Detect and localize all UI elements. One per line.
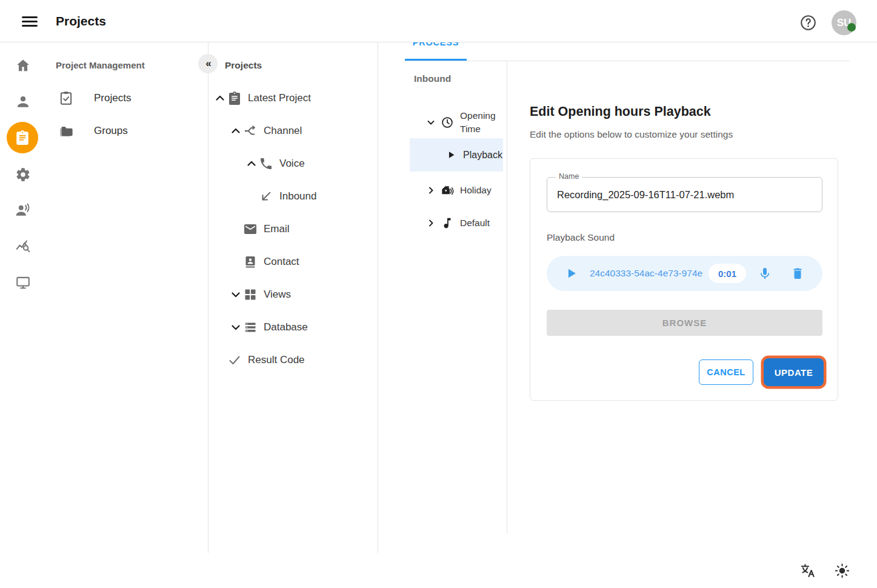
tree-node-label: Result Code bbox=[248, 354, 305, 366]
statistics-search-icon[interactable] bbox=[15, 239, 31, 255]
edit-playback-heading: Edit Opening hours Playback bbox=[530, 104, 711, 119]
tree-node-label: Latest Project bbox=[248, 92, 311, 104]
tree-node-result-code[interactable]: Result Code bbox=[208, 344, 378, 376]
process-panel-title: Inbound bbox=[414, 73, 451, 84]
chevron-down-icon[interactable] bbox=[228, 320, 243, 335]
name-input[interactable] bbox=[547, 178, 822, 212]
voice-agent-icon[interactable] bbox=[15, 202, 31, 218]
update-button[interactable]: UPDATE bbox=[764, 358, 824, 386]
play-audio-button[interactable] bbox=[565, 267, 578, 280]
play-icon bbox=[446, 150, 456, 160]
hamburger-menu-icon[interactable] bbox=[22, 16, 38, 27]
chevron-down-icon[interactable] bbox=[228, 287, 243, 302]
sidebar-item-label: Groups bbox=[94, 125, 128, 137]
tree-node-database[interactable]: Database bbox=[208, 311, 378, 344]
projects-rail-active-icon[interactable] bbox=[7, 122, 38, 153]
phone-icon bbox=[259, 156, 273, 171]
tree-node-label: Email bbox=[264, 223, 290, 235]
delete-audio-icon[interactable] bbox=[790, 266, 805, 281]
process-node-default[interactable]: Default bbox=[378, 207, 507, 239]
audio-player: 24c40333-54ac-4e73-974e 0:01 bbox=[547, 256, 822, 291]
tree-node-label: Views bbox=[264, 289, 291, 301]
browse-button[interactable]: BROWSE bbox=[547, 310, 822, 336]
page-title: Projects bbox=[56, 14, 106, 28]
clipboard-icon bbox=[227, 91, 242, 105]
sidebar-item-label: Projects bbox=[94, 92, 131, 104]
divider-process-main bbox=[507, 61, 507, 533]
database-icon bbox=[243, 320, 258, 335]
tree-node-voice[interactable]: Voice bbox=[208, 147, 378, 180]
tree-panel-title: Projects bbox=[225, 60, 262, 71]
playback-sound-label: Playback Sound bbox=[547, 232, 615, 243]
users-icon[interactable] bbox=[15, 94, 31, 110]
cancel-button[interactable]: CANCEL bbox=[699, 359, 753, 385]
process-node-label: Default bbox=[460, 218, 490, 229]
sidebar-item-projects[interactable]: Projects bbox=[45, 82, 208, 115]
channel-icon bbox=[243, 124, 258, 138]
edit-playback-subheading: Edit the options below to customize your… bbox=[530, 129, 733, 140]
sidebar-item-groups[interactable]: Groups bbox=[45, 115, 208, 147]
chevron-down-icon[interactable] bbox=[425, 116, 437, 129]
process-node-playback-selected[interactable]: Playback bbox=[410, 138, 503, 172]
chevron-up-icon[interactable] bbox=[213, 91, 227, 105]
call-received-icon bbox=[259, 189, 273, 204]
collapse-panel-button[interactable]: « bbox=[198, 54, 218, 73]
chevron-right-icon[interactable] bbox=[425, 184, 437, 196]
process-node-label: Opening Time bbox=[460, 109, 504, 136]
tree-node-latest-project[interactable]: Latest Project bbox=[208, 82, 378, 115]
help-icon[interactable] bbox=[800, 15, 816, 31]
check-icon bbox=[227, 353, 242, 367]
translate-icon[interactable] bbox=[800, 563, 816, 579]
tree-node-label: Voice bbox=[279, 158, 305, 170]
tree-node-label: Contact bbox=[264, 256, 299, 268]
grid-icon bbox=[243, 287, 258, 302]
clipboard-check-icon bbox=[58, 90, 74, 106]
monitor-icon[interactable] bbox=[15, 275, 31, 290]
folder-icon bbox=[58, 123, 74, 139]
settings-card: Name Playback Sound 24c40333-54ac-4e73-9… bbox=[530, 158, 838, 401]
online-status-dot bbox=[847, 23, 856, 32]
tree-node-label: Channel bbox=[264, 125, 302, 137]
process-node-holiday[interactable]: Holiday bbox=[378, 174, 507, 207]
chevron-right-icon[interactable] bbox=[425, 217, 437, 229]
tree-node-label: Database bbox=[264, 321, 308, 333]
app-root: Projects SU Project Management Projects bbox=[0, 0, 877, 588]
chevron-up-icon[interactable] bbox=[228, 124, 243, 138]
audio-filename: 24c40333-54ac-4e73-974e bbox=[590, 268, 709, 279]
tabstrip-divider bbox=[405, 61, 850, 61]
tree-node-email[interactable]: Email bbox=[208, 213, 378, 246]
tree-node-label: Inbound bbox=[279, 190, 316, 202]
name-field: Name bbox=[547, 177, 822, 212]
settings-gear-icon[interactable] bbox=[15, 167, 31, 182]
tree-node-views[interactable]: Views bbox=[208, 278, 378, 311]
chevron-up-icon[interactable] bbox=[244, 156, 259, 171]
tree-node-contact[interactable]: Contact bbox=[208, 246, 378, 278]
process-node-label: Holiday bbox=[460, 185, 492, 196]
clock-icon bbox=[441, 116, 454, 129]
tree-node-channel[interactable]: Channel bbox=[208, 115, 378, 147]
tree-node-inbound[interactable]: Inbound bbox=[208, 180, 378, 213]
tab-active-underline bbox=[405, 59, 467, 61]
process-node-label: Playback bbox=[463, 150, 502, 161]
email-icon bbox=[243, 222, 258, 236]
audio-duration-badge: 0:01 bbox=[709, 264, 746, 283]
music-note-icon bbox=[441, 216, 454, 230]
header: Projects SU bbox=[0, 0, 877, 42]
nav-panel-title: Project Management bbox=[56, 60, 145, 70]
brightness-icon[interactable] bbox=[834, 563, 850, 579]
microphone-icon[interactable] bbox=[758, 266, 772, 281]
holiday-house-icon bbox=[441, 184, 454, 197]
contact-card-icon bbox=[243, 255, 258, 269]
home-icon[interactable] bbox=[15, 58, 31, 73]
